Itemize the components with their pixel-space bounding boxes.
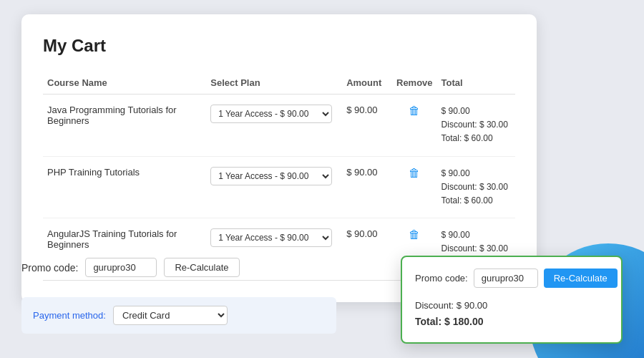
remove-icon-1[interactable]: 🗑 [409,105,420,117]
col-header-course: Course Name [43,72,206,95]
popup-total-label: Total: [415,316,441,327]
amount-cell: $ 90.00 [342,218,392,281]
popup-promo-label: Promo code: [415,273,468,284]
popup-promo-row: Promo code: Re-Calculate [415,268,608,288]
col-header-plan: Select Plan [206,72,342,95]
popup-total-line: Total: $ 180.00 [415,314,608,331]
popup-total-value: $ 180.00 [444,316,484,327]
item-price: $ 90.00 [441,105,511,118]
promo-section: Promo code: Re-Calculate [21,258,240,277]
remove-cell: 🗑 [392,95,437,157]
promo-input[interactable] [85,258,157,277]
table-row: Java Programming Tutorials for Beginners… [43,95,515,157]
table-row: PHP Training Tutorials 1 Year Access - $… [43,156,515,218]
item-total: Total: $ 60.00 [441,194,511,208]
promo-popup-card: Promo code: Re-Calculate Discount: $ 90.… [401,256,623,344]
plan-select-1[interactable]: 1 Year Access - $ 90.006 Month Access - … [210,105,332,123]
remove-icon-2[interactable]: 🗑 [409,167,420,179]
plan-select-cell: 1 Year Access - $ 90.006 Month Access - … [206,95,342,157]
promo-label: Promo code: [21,262,78,274]
item-total: Total: $ 60.00 [441,132,511,145]
plan-select-cell: 1 Year Access - $ 90.006 Month Access - … [206,156,342,218]
popup-promo-input[interactable] [474,268,538,288]
item-price: $ 90.00 [441,228,511,242]
popup-discount-label: Discount: [415,300,454,311]
page-title: My Cart [43,36,515,56]
popup-recalculate-button[interactable]: Re-Calculate [544,268,618,288]
course-name-cell: PHP Training Tutorials [43,156,206,218]
payment-label: Payment method: [33,310,106,321]
amount-cell: $ 90.00 [342,156,392,218]
col-header-amount: Amount [342,72,392,95]
item-discount: Discount: $ 30.00 [441,118,511,132]
popup-discount-value: $ 90.00 [457,300,487,311]
cart-table: Course Name Select Plan Amount Remove To… [43,72,515,281]
popup-discount-line: Discount: $ 90.00 [415,298,608,314]
plan-select-2[interactable]: 1 Year Access - $ 90.006 Month Access - … [210,167,332,185]
payment-section: Payment method: Credit Card PayPal Bank … [21,297,336,334]
remove-cell: 🗑 [392,156,437,218]
item-discount: Discount: $ 30.00 [441,180,511,194]
payment-method-select[interactable]: Credit Card PayPal Bank Transfer [113,306,228,325]
plan-select-3[interactable]: 1 Year Access - $ 90.006 Month Access - … [210,228,332,247]
amount-cell: $ 90.00 [342,95,392,157]
total-cell: $ 90.00 Discount: $ 30.00 Total: $ 60.00 [437,95,515,157]
remove-icon-3[interactable]: 🗑 [409,228,420,241]
col-header-total: Total [437,72,515,95]
total-cell: $ 90.00 Discount: $ 30.00 Total: $ 60.00 [437,156,515,218]
page-wrapper: My Cart Course Name Select Plan Amount R… [0,0,644,358]
item-price: $ 90.00 [441,167,511,180]
recalculate-button[interactable]: Re-Calculate [164,258,239,277]
col-header-remove: Remove [392,72,437,95]
item-discount: Discount: $ 30.00 [441,242,511,256]
course-name-cell: Java Programming Tutorials for Beginners [43,95,206,157]
popup-totals: Discount: $ 90.00 Total: $ 180.00 [415,298,608,331]
